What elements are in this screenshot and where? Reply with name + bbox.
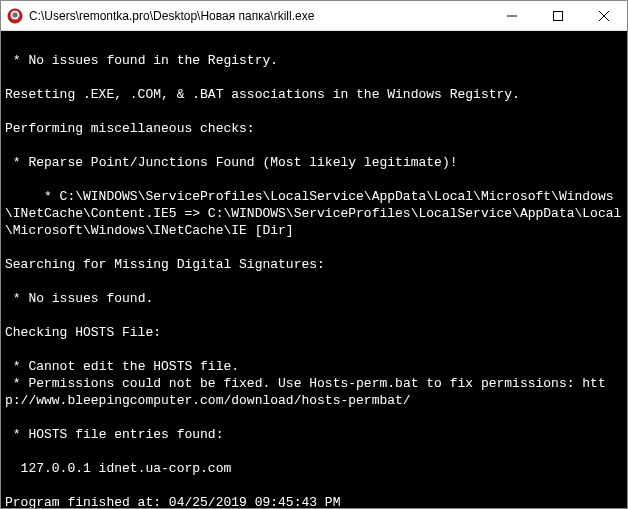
console-line: Checking HOSTS File: (5, 324, 627, 341)
console-line (5, 137, 627, 154)
console-line (5, 103, 627, 120)
console-line (5, 341, 627, 358)
svg-point-2 (13, 12, 18, 17)
app-icon (7, 8, 23, 24)
console-line: * Reparse Point/Junctions Found (Most li… (5, 154, 627, 171)
console-line (5, 171, 627, 188)
maximize-icon (553, 11, 563, 21)
console-line: * No issues found in the Registry. (5, 52, 627, 69)
console-line: Resetting .EXE, .COM, & .BAT association… (5, 86, 627, 103)
console-line (5, 409, 627, 426)
console-line: * No issues found. (5, 290, 627, 307)
console-line: 127.0.0.1 idnet.ua-corp.com (5, 460, 627, 477)
close-icon (599, 11, 609, 21)
titlebar[interactable]: C:\Users\remontka.pro\Desktop\Новая папк… (1, 1, 627, 31)
console-line (5, 307, 627, 324)
console-line: * HOSTS file entries found: (5, 426, 627, 443)
console-line (5, 35, 627, 52)
minimize-button[interactable] (489, 1, 535, 30)
close-button[interactable] (581, 1, 627, 30)
svg-rect-4 (554, 11, 563, 20)
console-output[interactable]: * No issues found in the Registry. Reset… (1, 31, 627, 508)
console-line (5, 273, 627, 290)
console-line (5, 69, 627, 86)
console-line: Searching for Missing Digital Signatures… (5, 256, 627, 273)
console-line (5, 477, 627, 494)
console-line: * Cannot edit the HOSTS file. (5, 358, 627, 375)
console-line: Program finished at: 04/25/2019 09:45:43… (5, 494, 627, 508)
console-line: * Permissions could not be fixed. Use Ho… (5, 375, 627, 409)
application-window: C:\Users\remontka.pro\Desktop\Новая папк… (0, 0, 628, 509)
maximize-button[interactable] (535, 1, 581, 30)
console-line: Performing miscellaneous checks: (5, 120, 627, 137)
window-title: C:\Users\remontka.pro\Desktop\Новая папк… (29, 9, 489, 23)
window-controls (489, 1, 627, 30)
minimize-icon (507, 11, 517, 21)
console-line (5, 443, 627, 460)
console-line: * C:\WINDOWS\ServiceProfiles\LocalServic… (5, 188, 627, 239)
console-line (5, 239, 627, 256)
